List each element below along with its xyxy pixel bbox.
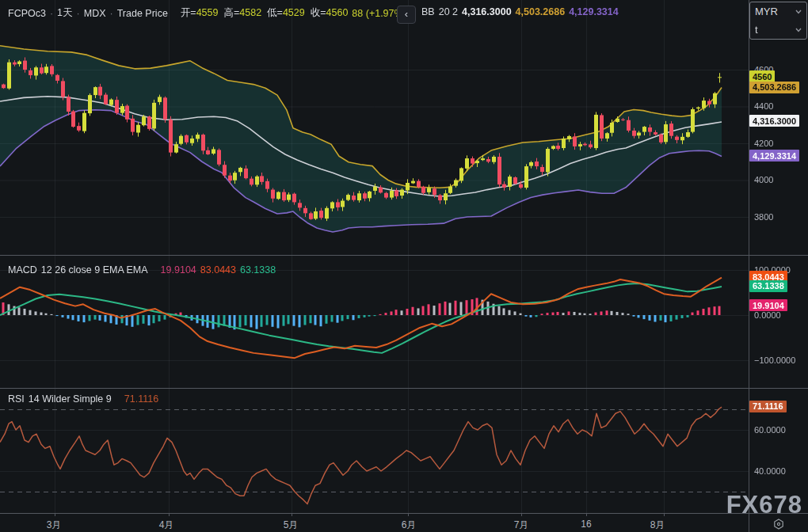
unit-value: t (755, 24, 758, 36)
collapse-legend-button[interactable]: ‹ (397, 6, 416, 24)
time-axis-tick (521, 513, 522, 516)
rsi-legend: RSI 14 Wilder Simple 9 71.1116 (8, 393, 158, 405)
bb-title: BB (421, 6, 435, 17)
time-axis-label: 5月 (284, 519, 299, 532)
macd-signal-value: 63.1338 (240, 264, 276, 276)
time-axis-tick (292, 513, 292, 516)
time-axis-tick (586, 513, 587, 516)
time-axis-tick (664, 513, 665, 516)
time-axis-tick (55, 513, 55, 516)
chart-settings-icon[interactable] (772, 518, 785, 530)
last-price-badge: 4560 (749, 70, 775, 82)
macd-signal-badge: 63.1338 (749, 280, 787, 292)
macd-line-value: 83.0443 (200, 264, 236, 276)
macd-hist-badge: 19.9104 (749, 299, 787, 311)
chart-canvas[interactable] (0, 0, 749, 513)
price-tick-label: 4000 (754, 175, 773, 184)
ohlc-item: 低=4529 (267, 6, 305, 20)
rsi-title: RSI (8, 393, 25, 405)
macd-hist-value: 19.9104 (161, 264, 196, 276)
pane-divider-rsi[interactable] (0, 388, 808, 389)
bb-basis-value: 4,316.3000 (462, 6, 512, 17)
separator: · (50, 8, 53, 19)
ohlc-values: 开=4559高=4582低=4529收=4560 (181, 6, 349, 20)
chevron-down-icon (795, 10, 802, 14)
separator: · (110, 8, 113, 19)
scale-selectors: MYR t (749, 2, 807, 40)
bb-params: 20 2 (439, 6, 458, 17)
time-axis-label: 8月 (650, 519, 665, 532)
macd-title: MACD (8, 264, 37, 276)
macd-params: 12 26 close 9 EMA EMA (41, 264, 148, 276)
bb-upper-value: 4,503.2686 (516, 6, 566, 17)
time-axis-tick (169, 513, 170, 516)
rsi-value: 71.1116 (124, 393, 158, 405)
macd-legend: MACD 12 26 close 9 EMA EMA 19.9104 83.04… (8, 264, 276, 276)
bb-basis-badge: 4,316.3000 (749, 115, 799, 127)
separator: · (77, 8, 80, 19)
bb-legend: BB 20 2 4,316.3000 4,503.2686 4,129.3314 (421, 6, 619, 17)
unit-selector[interactable]: t (750, 21, 806, 39)
exchange-label: MDX (84, 8, 106, 19)
pane-divider-macd[interactable] (0, 255, 808, 256)
time-axis-border (0, 513, 808, 514)
trading-chart-window: FCPOc3 · 1天 · MDX · Trade Price 开=4559高=… (0, 0, 808, 532)
bb-lower-badge: 4,129.3314 (749, 150, 799, 162)
time-axis-tick (408, 513, 409, 516)
rsi-tick-label: 40.0000 (754, 466, 786, 476)
time-axis-label: 7月 (514, 519, 529, 532)
bb-upper-badge: 4,503.2686 (749, 82, 799, 93)
symbol-legend: FCPOc3 · 1天 · MDX · Trade Price 开=4559高=… (8, 6, 406, 20)
rsi-tick-label: 60.0000 (754, 425, 786, 435)
macd-tick-label: −100.0000 (754, 355, 795, 365)
currency-value: MYR (755, 6, 778, 17)
time-axis-label: 16 (581, 519, 591, 530)
chevron-down-icon (795, 28, 802, 32)
price-tick-label: 3800 (754, 212, 773, 222)
ohlc-item: 收=4560 (311, 6, 349, 20)
time-axis-label: 6月 (402, 519, 417, 532)
time-axis-label: 3月 (47, 519, 62, 532)
price-tick-label: 4400 (754, 101, 773, 111)
fx678-watermark: FX678 (726, 491, 802, 519)
time-axis-label: 4月 (159, 519, 174, 532)
ohlc-item: 高=4582 (223, 6, 261, 20)
macd-tick-label: 0.0000 (754, 310, 781, 320)
price-type-label: Trade Price (117, 8, 168, 19)
bb-lower-value: 4,129.3314 (569, 6, 619, 17)
rsi-params: 14 Wilder Simple 9 (29, 393, 112, 405)
interval-label: 1天 (57, 6, 72, 20)
ohlc-item: 开=4559 (181, 6, 219, 20)
rsi-badge: 71.1116 (749, 401, 787, 412)
price-tick-label: 4200 (754, 139, 773, 148)
symbol-name: FCPOc3 (8, 8, 46, 19)
currency-selector[interactable]: MYR (750, 2, 806, 21)
